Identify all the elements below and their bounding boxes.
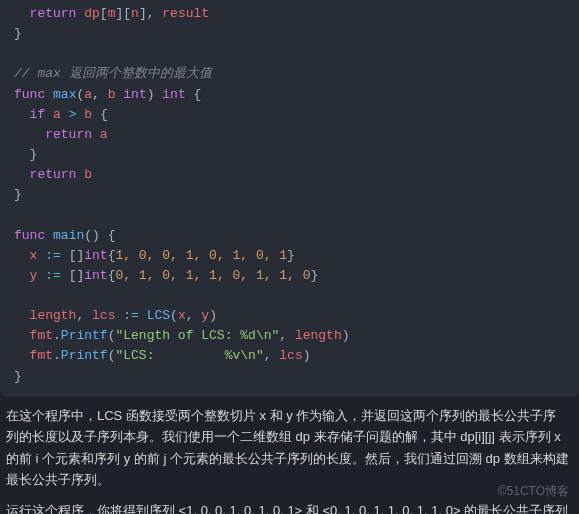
fn-max: max bbox=[53, 87, 76, 102]
code-content: return dp[m][n], result } // max 返回两个整数中… bbox=[0, 4, 579, 387]
code-block: return dp[m][n], result } // max 返回两个整数中… bbox=[0, 0, 579, 397]
comment-max: // max 返回两个整数中的最大值 bbox=[14, 66, 212, 81]
fn-main: main bbox=[53, 228, 84, 243]
paragraph-2: 运行这个程序，你将得到序列 <1, 0, 0, 1, 0, 1, 0, 1> 和… bbox=[6, 500, 569, 514]
article-body: 在这个程序中，LCS 函数接受两个整数切片 x 和 y 作为输入，并返回这两个序… bbox=[0, 405, 579, 514]
watermark: ©51CTO博客 bbox=[498, 483, 569, 500]
kw-return: return bbox=[30, 6, 77, 21]
paragraph-1: 在这个程序中，LCS 函数接受两个整数切片 x 和 y 作为输入，并返回这两个序… bbox=[6, 405, 569, 491]
